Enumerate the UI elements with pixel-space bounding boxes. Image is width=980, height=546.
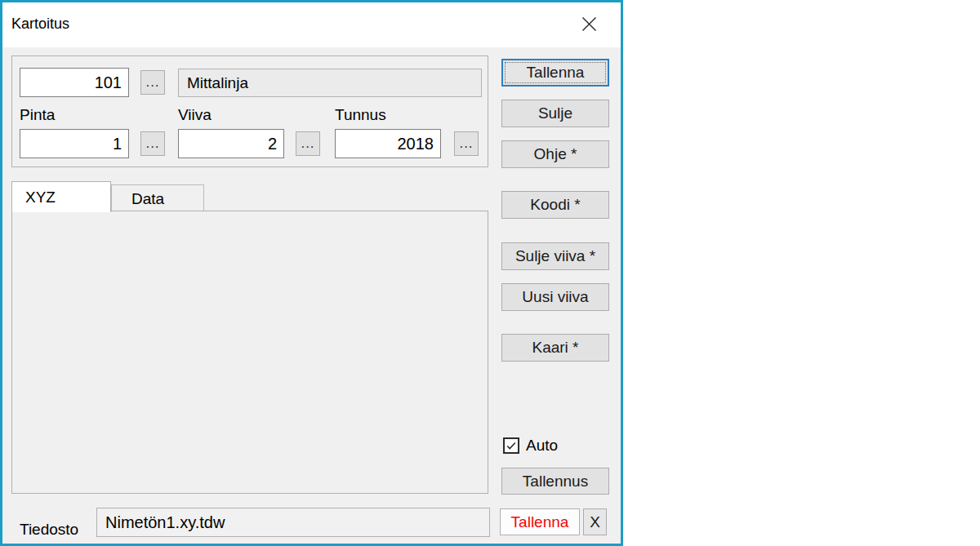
- tallennus-button[interactable]: Tallennus: [501, 468, 609, 495]
- file-name-field: Nimetön1.xy.tdw: [96, 508, 490, 537]
- screen: Kartoitus ... Mittalinja Pinta Viiva Tun…: [0, 0, 980, 546]
- tunnus-label: Tunnus: [335, 106, 386, 124]
- uusi-viiva-button[interactable]: Uusi viiva: [501, 283, 609, 311]
- title-bar: Kartoitus: [2, 2, 621, 47]
- viiva-input[interactable]: [178, 129, 284, 158]
- sulje-button[interactable]: Sulje: [501, 100, 609, 127]
- kaari-button[interactable]: Kaari *: [501, 334, 609, 362]
- sulje-viiva-button[interactable]: Sulje viiva *: [501, 242, 609, 270]
- pinta-input[interactable]: [20, 129, 129, 158]
- pinta-label: Pinta: [20, 106, 55, 124]
- close-file-button[interactable]: X: [583, 508, 607, 535]
- tab-data[interactable]: Data: [111, 184, 204, 211]
- save-file-button[interactable]: Tallenna: [500, 508, 580, 535]
- window-title: Kartoitus: [11, 16, 69, 33]
- code-browse-button[interactable]: ...: [140, 70, 165, 95]
- auto-label: Auto: [526, 437, 558, 455]
- viiva-label: Viiva: [178, 106, 212, 124]
- tiedosto-label: Tiedosto: [20, 521, 78, 539]
- window-close-button[interactable]: [576, 13, 602, 38]
- pinta-browse-button[interactable]: ...: [140, 131, 165, 156]
- ohje-button[interactable]: Ohje *: [501, 140, 609, 168]
- viiva-browse-button[interactable]: ...: [296, 131, 320, 156]
- tab-panel: [11, 211, 488, 494]
- code-name-field: Mittalinja: [178, 69, 482, 97]
- close-icon: [581, 16, 597, 34]
- code-input[interactable]: [20, 68, 129, 97]
- auto-checkbox[interactable]: [503, 437, 519, 454]
- tallenna-button[interactable]: Tallenna: [501, 59, 609, 87]
- koodi-button[interactable]: Koodi *: [501, 191, 609, 219]
- tab-xyz[interactable]: XYZ: [11, 181, 111, 212]
- tunnus-input[interactable]: [335, 129, 441, 158]
- kartoitus-dialog: Kartoitus ... Mittalinja Pinta Viiva Tun…: [0, 0, 623, 546]
- tunnus-browse-button[interactable]: ...: [454, 131, 479, 156]
